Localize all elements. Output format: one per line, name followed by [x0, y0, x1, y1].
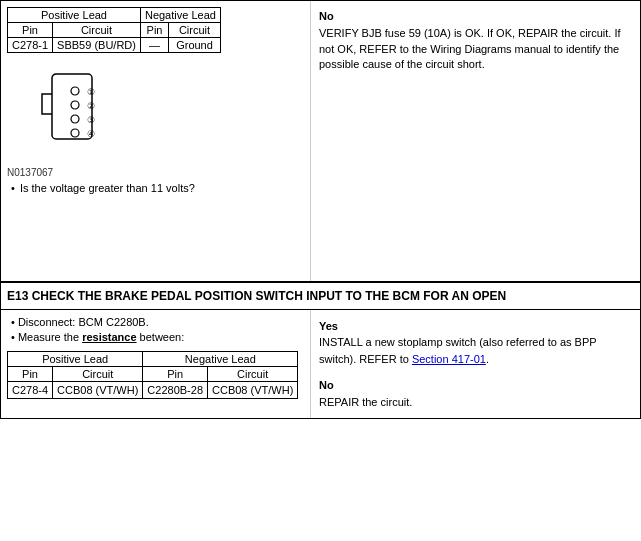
- top-left-cell: Positive Lead Negative Lead Pin Circuit …: [1, 1, 311, 281]
- col-pin-neg: Pin: [140, 23, 168, 38]
- no-text-top: VERIFY BJB fuse 59 (10A) is OK. If OK, R…: [319, 26, 634, 72]
- svg-text:③: ③: [87, 115, 95, 125]
- svg-point-1: [71, 87, 79, 95]
- row1-pos-circuit: SBB59 (BU/RD): [53, 38, 141, 53]
- pos-header: Positive Lead: [8, 8, 141, 23]
- neg-header: Negative Lead: [140, 8, 220, 23]
- col-circuit-pos: Circuit: [53, 23, 141, 38]
- svg-point-4: [71, 129, 79, 137]
- col-circuit-neg: Circuit: [169, 23, 221, 38]
- row1-neg-pin: —: [140, 38, 168, 53]
- svg-point-3: [71, 115, 79, 123]
- top-right-cell: No VERIFY BJB fuse 59 (10A) is OK. If OK…: [311, 1, 641, 281]
- yes-label: Yes: [319, 318, 634, 335]
- no-text-bottom: REPAIR the circuit.: [319, 394, 634, 411]
- section-title-row: E13 CHECK THE BRAKE PEDAL POSITION SWITC…: [0, 281, 641, 310]
- voltage-question: • Is the voltage greater than 11 volts?: [11, 182, 304, 194]
- measure-bullet: • Measure the resistance between:: [11, 331, 304, 343]
- disconnect-bullet: • Disconnect: BCM C2280B.: [11, 316, 304, 328]
- bottom-col-circuit-pos: Circuit: [53, 366, 143, 381]
- svg-text:④: ④: [87, 129, 95, 139]
- section-title: E13 CHECK THE BRAKE PEDAL POSITION SWITC…: [7, 289, 636, 305]
- yes-text: INSTALL a new stoplamp switch (also refe…: [319, 334, 634, 367]
- bottom-col-pin-pos: Pin: [8, 366, 53, 381]
- no-label-top: No: [319, 9, 634, 24]
- bottom-row1-pos-pin: C278-4: [8, 381, 53, 398]
- row1-pos-pin: C278-1: [8, 38, 53, 53]
- bottom-row1-pos-circuit: CCB08 (VT/WH): [53, 381, 143, 398]
- row1-neg-circuit: Ground: [169, 38, 221, 53]
- svg-text:①: ①: [87, 87, 95, 97]
- top-leads-table: Positive Lead Negative Lead Pin Circuit …: [7, 7, 221, 53]
- no-label-bottom: No: [319, 377, 634, 394]
- bottom-left-cell: • Disconnect: BCM C2280B. • Measure the …: [1, 310, 311, 419]
- bottom-row1-neg-circuit: CCB08 (VT/WH): [208, 381, 298, 398]
- section-title-cell: E13 CHECK THE BRAKE PEDAL POSITION SWITC…: [1, 283, 641, 310]
- col-pin-pos: Pin: [8, 23, 53, 38]
- bottom-pos-header: Positive Lead: [8, 351, 143, 366]
- figure-label: N0137067: [7, 167, 304, 178]
- connector-icon: ① ② ③ ④: [37, 69, 117, 159]
- svg-text:②: ②: [87, 101, 95, 111]
- svg-rect-0: [52, 74, 92, 139]
- bottom-right-cell: Yes INSTALL a new stoplamp switch (also …: [311, 310, 641, 419]
- bottom-leads-table: Positive Lead Negative Lead Pin Circuit …: [7, 351, 298, 399]
- connector-diagram-area: ① ② ③ ④: [37, 69, 304, 159]
- svg-point-2: [71, 101, 79, 109]
- section-link[interactable]: Section 417-01: [412, 353, 486, 365]
- bottom-neg-header: Negative Lead: [143, 351, 298, 366]
- bottom-row1-neg-pin: C2280B-28: [143, 381, 208, 398]
- bottom-col-pin-neg: Pin: [143, 366, 208, 381]
- bottom-col-circuit-neg: Circuit: [208, 366, 298, 381]
